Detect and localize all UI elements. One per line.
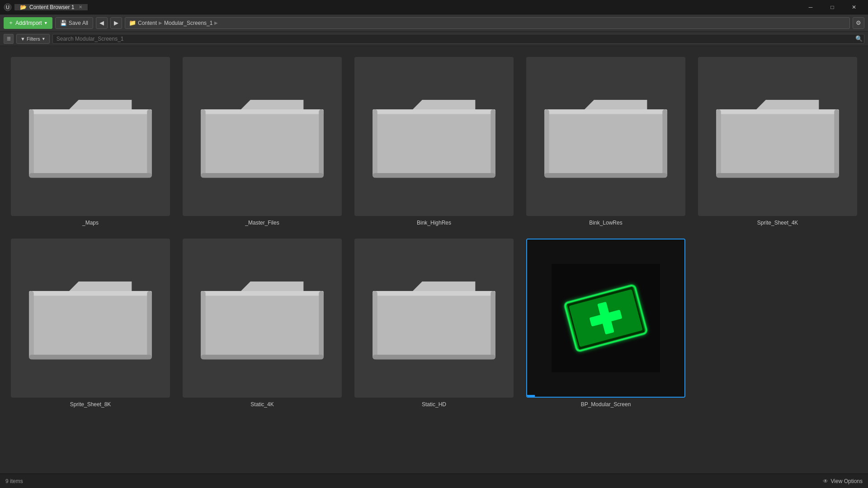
grid-container: _Maps _Master_Files Bink_HighRes Bink_Lo… bbox=[9, 55, 859, 409]
asset-label: Static_HD bbox=[422, 401, 446, 408]
add-dropdown-icon: ▼ bbox=[44, 21, 48, 25]
content-area: _Maps _Master_Files Bink_HighRes Bink_Lo… bbox=[0, 46, 868, 474]
svg-rect-40 bbox=[491, 291, 495, 359]
toolbar: ＋ Add/Import ▼ 💾 Save All ◀ ▶ 📁 Content … bbox=[0, 14, 868, 32]
view-options-icon: 👁 bbox=[823, 478, 828, 484]
list-item[interactable]: Bink_LowRes bbox=[524, 55, 687, 228]
svg-text:U: U bbox=[6, 5, 9, 10]
tab-label: Content Browser 1 bbox=[29, 4, 74, 10]
search-input[interactable] bbox=[52, 34, 864, 44]
list-item[interactable]: _Master_Files bbox=[181, 55, 344, 228]
breadcrumb-current[interactable]: Modular_Screens_1 bbox=[164, 20, 212, 26]
filters-button[interactable]: ▼ Filters ▼ bbox=[16, 34, 50, 44]
svg-rect-18 bbox=[544, 109, 667, 114]
svg-rect-6 bbox=[29, 173, 151, 178]
asset-thumbnail bbox=[11, 239, 170, 398]
svg-rect-23 bbox=[716, 109, 839, 114]
list-item[interactable]: Bink_HighRes bbox=[353, 55, 515, 228]
svg-rect-36 bbox=[201, 355, 323, 359]
svg-rect-27 bbox=[29, 291, 151, 359]
breadcrumb-root[interactable]: Content bbox=[138, 20, 157, 26]
nav-forward-button[interactable]: ▶ bbox=[110, 17, 122, 29]
list-item[interactable]: Sprite_Sheet_4K bbox=[696, 55, 859, 228]
filter-icon: ▼ bbox=[20, 36, 25, 42]
list-item[interactable]: Static_HD bbox=[353, 237, 515, 409]
search-wrapper: 🔍 bbox=[52, 34, 864, 44]
breadcrumb-sep-1: ▶ bbox=[159, 20, 162, 25]
filterbar: ☰ ▼ Filters ▼ 🔍 bbox=[0, 32, 868, 46]
statusbar: 9 items 👁 View Options bbox=[0, 474, 868, 488]
svg-rect-29 bbox=[29, 291, 33, 359]
toolbar-right: ⚙ bbox=[853, 17, 864, 29]
svg-rect-17 bbox=[544, 109, 667, 178]
svg-rect-16 bbox=[373, 173, 495, 178]
asset-label: Bink_LowRes bbox=[589, 220, 622, 226]
svg-rect-39 bbox=[373, 291, 377, 359]
tab-bar: 📂 Content Browser 1 ✕ bbox=[14, 4, 88, 10]
save-icon: 💾 bbox=[60, 20, 67, 26]
tab-close-icon[interactable]: ✕ bbox=[79, 5, 82, 9]
svg-rect-38 bbox=[373, 291, 495, 296]
svg-rect-9 bbox=[201, 109, 205, 178]
asset-label: _Maps bbox=[82, 220, 99, 226]
svg-rect-35 bbox=[319, 291, 323, 359]
asset-thumbnail bbox=[526, 57, 685, 216]
tab-icon: 📂 bbox=[20, 4, 27, 10]
asset-label: Sprite_Sheet_4K bbox=[757, 220, 798, 226]
svg-rect-28 bbox=[29, 291, 151, 296]
asset-thumbnail bbox=[526, 239, 685, 398]
asset-grid: _Maps _Master_Files Bink_HighRes Bink_Lo… bbox=[0, 46, 868, 474]
svg-rect-4 bbox=[29, 109, 33, 178]
asset-thumbnail bbox=[698, 57, 857, 216]
svg-rect-11 bbox=[201, 173, 323, 178]
svg-rect-20 bbox=[662, 109, 667, 178]
view-toggle-button[interactable]: ☰ bbox=[4, 34, 14, 44]
view-options-label[interactable]: View Options bbox=[831, 478, 863, 484]
content-browser-tab[interactable]: 📂 Content Browser 1 ✕ bbox=[14, 4, 88, 10]
nav-back-button[interactable]: ◀ bbox=[96, 17, 108, 29]
svg-rect-30 bbox=[147, 291, 151, 359]
minimize-button[interactable]: ─ bbox=[800, 0, 821, 14]
filters-label: Filters bbox=[27, 36, 40, 42]
svg-rect-19 bbox=[544, 109, 549, 178]
breadcrumb: 📁 Content ▶ Modular_Screens_1 ▶ bbox=[125, 17, 850, 29]
svg-rect-41 bbox=[373, 355, 495, 359]
list-item[interactable]: _Maps bbox=[9, 55, 172, 228]
breadcrumb-folder-icon: 📁 bbox=[129, 19, 136, 26]
add-icon: ＋ bbox=[8, 19, 14, 27]
asset-label: Sprite_Sheet_8K bbox=[70, 401, 111, 408]
svg-rect-32 bbox=[201, 291, 323, 359]
asset-thumbnail bbox=[354, 239, 514, 398]
svg-rect-22 bbox=[716, 109, 839, 178]
bp-preview bbox=[527, 239, 684, 397]
list-item[interactable]: Static_4K bbox=[181, 237, 344, 409]
svg-rect-26 bbox=[716, 173, 839, 178]
svg-rect-33 bbox=[201, 291, 323, 296]
search-button[interactable]: 🔍 bbox=[855, 35, 863, 42]
breadcrumb-sep-2: ▶ bbox=[214, 20, 218, 25]
back-icon: ◀ bbox=[99, 19, 104, 26]
titlebar-left: U 📂 Content Browser 1 ✕ bbox=[4, 3, 88, 11]
svg-rect-21 bbox=[544, 173, 667, 178]
maximize-button[interactable]: □ bbox=[822, 0, 843, 14]
asset-label: BP_Modular_Screen bbox=[581, 401, 631, 408]
svg-rect-2 bbox=[29, 109, 151, 178]
add-import-label: Add/Import bbox=[15, 20, 42, 26]
statusbar-right: 👁 View Options bbox=[823, 478, 863, 484]
toolbar-settings-button[interactable]: ⚙ bbox=[853, 17, 864, 29]
add-import-button[interactable]: ＋ Add/Import ▼ bbox=[4, 17, 52, 29]
asset-label: _Master_Files bbox=[245, 220, 279, 226]
titlebar: U 📂 Content Browser 1 ✕ ─ □ ✕ bbox=[0, 0, 868, 14]
svg-rect-25 bbox=[834, 109, 839, 178]
close-button[interactable]: ✕ bbox=[844, 0, 864, 14]
svg-rect-34 bbox=[201, 291, 205, 359]
list-item[interactable]: Sprite_Sheet_8K bbox=[9, 237, 172, 409]
svg-rect-37 bbox=[373, 291, 495, 359]
item-count: 9 items bbox=[5, 478, 23, 484]
save-all-label: Save All bbox=[69, 20, 88, 26]
list-item[interactable]: BP_Modular_Screen bbox=[524, 237, 687, 409]
filters-arrow: ▼ bbox=[42, 37, 46, 41]
save-all-button[interactable]: 💾 Save All bbox=[55, 17, 93, 29]
svg-rect-10 bbox=[319, 109, 323, 178]
svg-rect-5 bbox=[147, 109, 151, 178]
